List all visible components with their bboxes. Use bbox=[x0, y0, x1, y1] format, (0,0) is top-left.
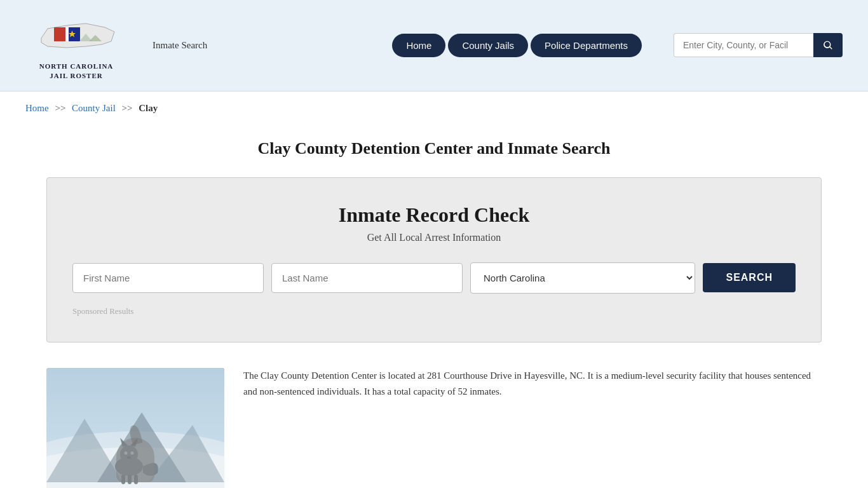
last-name-input[interactable] bbox=[271, 263, 463, 293]
svg-rect-1 bbox=[54, 27, 65, 41]
facility-description: The Clay County Detention Center is loca… bbox=[243, 368, 822, 400]
record-check-title: Inmate Record Check bbox=[72, 203, 796, 227]
svg-marker-16 bbox=[130, 438, 138, 447]
breadcrumb-sep1: >> bbox=[55, 103, 65, 113]
header-search-button[interactable] bbox=[813, 33, 843, 57]
svg-rect-21 bbox=[128, 475, 132, 484]
logo-text: NORTH CAROLINA JAIL ROSTER bbox=[39, 62, 114, 81]
logo-area: NORTH CAROLINA JAIL ROSTER bbox=[25, 10, 127, 81]
facility-image bbox=[46, 368, 224, 488]
breadcrumb-county-jail-link[interactable]: County Jail bbox=[72, 103, 116, 113]
svg-point-14 bbox=[120, 445, 138, 463]
svg-rect-22 bbox=[134, 475, 138, 484]
search-submit-button[interactable]: SEARCH bbox=[703, 263, 796, 292]
nav-county-jails-button[interactable]: County Jails bbox=[448, 34, 528, 57]
header-search-area bbox=[674, 33, 843, 57]
page-title: Clay County Detention Center and Inmate … bbox=[46, 139, 822, 158]
facility-illustration bbox=[46, 368, 224, 488]
site-header: NORTH CAROLINA JAIL ROSTER Inmate Search… bbox=[0, 0, 868, 92]
inmate-search-form: North Carolina Alabama Alaska Arizona Ar… bbox=[72, 262, 796, 294]
description-section: The Clay County Detention Center is loca… bbox=[46, 368, 822, 488]
svg-point-17 bbox=[125, 451, 128, 454]
header-search-input[interactable] bbox=[674, 33, 813, 57]
main-nav: Home County Jails Police Departments bbox=[392, 34, 642, 57]
breadcrumb-current: Clay bbox=[139, 103, 158, 113]
main-content: Clay County Detention Center and Inmate … bbox=[21, 120, 847, 488]
svg-rect-20 bbox=[121, 475, 125, 484]
breadcrumb-sep2: >> bbox=[122, 103, 133, 113]
first-name-input[interactable] bbox=[72, 263, 264, 293]
svg-point-19 bbox=[127, 456, 131, 459]
search-icon bbox=[822, 39, 834, 51]
sponsored-results-label: Sponsored Results bbox=[72, 306, 796, 316]
record-check-subtitle: Get All Local Arrest Information bbox=[72, 232, 796, 243]
breadcrumb: Home >> County Jail >> Clay bbox=[0, 92, 868, 120]
breadcrumb-home-link[interactable]: Home bbox=[25, 103, 49, 113]
svg-rect-2 bbox=[65, 27, 69, 41]
nc-map-logo bbox=[35, 10, 118, 60]
inmate-search-link[interactable]: Inmate Search bbox=[153, 40, 207, 51]
state-select[interactable]: North Carolina Alabama Alaska Arizona Ar… bbox=[470, 262, 695, 294]
nav-police-departments-button[interactable]: Police Departments bbox=[531, 34, 642, 57]
svg-point-18 bbox=[131, 451, 134, 454]
record-check-box: Inmate Record Check Get All Local Arrest… bbox=[46, 177, 822, 342]
nav-home-button[interactable]: Home bbox=[392, 34, 445, 57]
svg-point-13 bbox=[115, 457, 143, 476]
